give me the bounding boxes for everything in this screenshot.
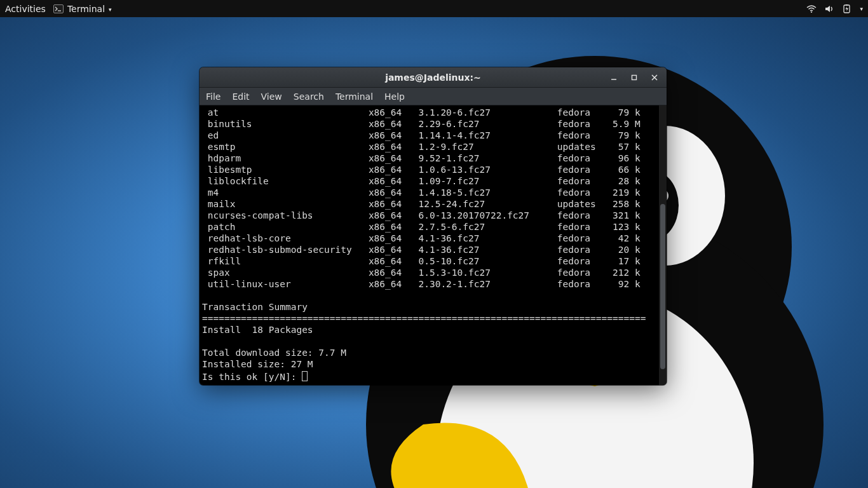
maximize-button[interactable] — [625, 69, 644, 86]
menu-help[interactable]: Help — [384, 92, 405, 102]
scrollbar-thumb[interactable] — [660, 204, 665, 369]
battery-charging-icon — [842, 4, 852, 13]
menu-edit[interactable]: Edit — [232, 92, 249, 102]
terminal-menubar: File Edit View Search Terminal Help — [200, 88, 667, 105]
activities-button[interactable]: Activities — [5, 4, 46, 14]
menu-search[interactable]: Search — [294, 92, 324, 102]
gnome-topbar: Activities Terminal ▾ ▾ — [0, 0, 868, 17]
svg-point-2 — [811, 11, 812, 12]
minimize-button[interactable] — [604, 69, 623, 86]
window-titlebar[interactable]: james@Jadelinux:~ — [200, 67, 667, 88]
svg-rect-0 — [53, 4, 63, 13]
app-menu-label: Terminal — [67, 4, 105, 14]
app-menu[interactable]: Terminal ▾ — [53, 4, 112, 14]
window-title: james@Jadelinux:~ — [200, 72, 667, 83]
close-button[interactable] — [645, 69, 664, 86]
status-area[interactable]: ▾ — [806, 4, 863, 13]
svg-rect-15 — [632, 75, 637, 79]
terminal-output[interactable]: at x86_64 3.1.20-6.fc27 fedora 79 k binu… — [200, 105, 659, 385]
terminal-cursor — [302, 371, 308, 381]
wifi-icon — [806, 4, 817, 13]
menu-file[interactable]: File — [206, 92, 220, 102]
chevron-down-icon: ▾ — [860, 6, 863, 12]
terminal-app-icon — [53, 4, 64, 13]
volume-icon — [824, 4, 834, 13]
menu-view[interactable]: View — [261, 92, 282, 102]
svg-rect-4 — [846, 4, 848, 6]
terminal-window: james@Jadelinux:~ File Edit View Search … — [200, 67, 667, 385]
chevron-down-icon: ▾ — [109, 6, 112, 13]
menu-terminal[interactable]: Terminal — [336, 92, 373, 102]
terminal-scrollbar[interactable] — [659, 105, 667, 385]
